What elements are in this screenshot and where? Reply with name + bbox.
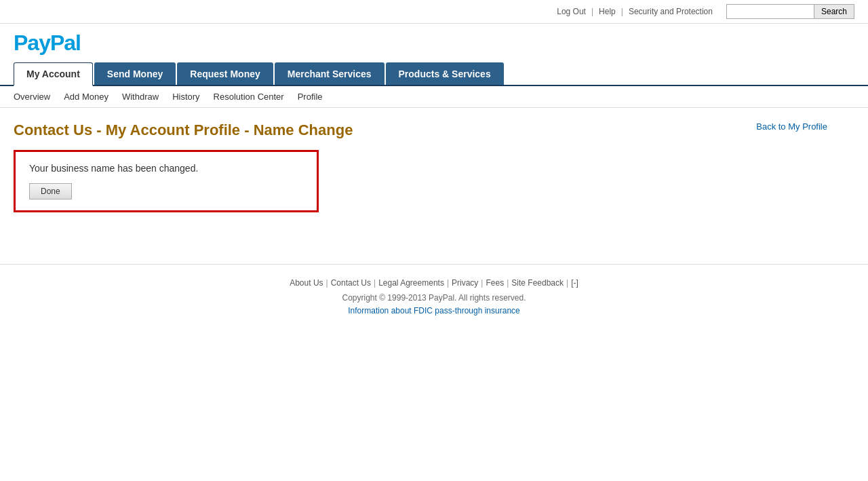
main-nav-tab-request-money[interactable]: Request Money <box>177 62 273 85</box>
content-header: Contact Us - My Account Profile - Name C… <box>14 121 827 139</box>
success-message: Your business name has been changed. <box>29 163 303 174</box>
footer-link-fees[interactable]: Fees <box>486 278 504 288</box>
security-link[interactable]: Security and Protection <box>629 7 713 16</box>
sub-nav-link-resolution-center[interactable]: Resolution Center <box>214 90 284 103</box>
footer-fdic-link[interactable]: Information about FDIC pass-through insu… <box>348 306 519 315</box>
top-bar-links: Log Out | Help | Security and Protection <box>557 7 713 16</box>
main-nav-tab-products-services[interactable]: Products & Services <box>386 62 504 85</box>
back-link[interactable]: Back to My Profile <box>756 121 827 132</box>
sub-nav-link-history[interactable]: History <box>172 90 199 103</box>
logo-part2: Pal <box>50 31 81 55</box>
footer-link-about-us[interactable]: About Us <box>290 278 323 288</box>
search-area: Search <box>726 4 854 19</box>
search-input[interactable] <box>726 4 814 19</box>
footer-link-contact-us[interactable]: Contact Us <box>331 278 371 288</box>
sub-nav: OverviewAdd MoneyWithdrawHistoryResoluti… <box>0 86 868 108</box>
footer-sep-3: | <box>447 278 449 288</box>
footer-links: About Us|Contact Us|Legal Agreements|Pri… <box>14 278 854 288</box>
top-bar: Log Out | Help | Security and Protection… <box>0 0 868 24</box>
paypal-logo: PayPal <box>14 31 81 56</box>
main-nav-tab-my-account[interactable]: My Account <box>14 62 93 86</box>
footer: About Us|Contact Us|Legal Agreements|Pri… <box>0 264 868 329</box>
sub-nav-link-overview[interactable]: Overview <box>14 90 50 103</box>
page-title: Contact Us - My Account Profile - Name C… <box>14 121 353 139</box>
main-nav: My AccountSend MoneyRequest MoneyMerchan… <box>0 62 868 86</box>
done-button[interactable]: Done <box>29 183 72 199</box>
footer-sep-4: | <box>481 278 483 288</box>
sub-nav-link-add-money[interactable]: Add Money <box>64 90 108 103</box>
footer-sep-1: | <box>326 278 328 288</box>
done-btn-wrapper: Done <box>29 183 72 199</box>
footer-link-privacy[interactable]: Privacy <box>452 278 478 288</box>
content-area: Contact Us - My Account Profile - Name C… <box>0 108 841 237</box>
footer-sep-6: | <box>566 278 568 288</box>
sep1: | <box>591 7 593 16</box>
footer-sep-2: | <box>374 278 376 288</box>
footer-link-expand[interactable]: [-] <box>571 278 578 288</box>
footer-link-site-feedback[interactable]: Site Feedback <box>511 278 564 288</box>
logout-link[interactable]: Log Out <box>557 7 586 16</box>
sep2: | <box>621 7 623 16</box>
success-box: Your business name has been changed. Don… <box>14 150 319 212</box>
main-nav-tab-send-money[interactable]: Send Money <box>94 62 176 85</box>
footer-copyright: Copyright © 1999-2013 PayPal. All rights… <box>14 293 854 303</box>
header: PayPal <box>0 24 868 56</box>
help-link[interactable]: Help <box>599 7 616 16</box>
logo-part1: Pay <box>14 31 50 55</box>
footer-sep-5: | <box>507 278 509 288</box>
main-nav-tab-merchant-services[interactable]: Merchant Services <box>275 62 384 85</box>
sub-nav-link-withdraw[interactable]: Withdraw <box>122 90 159 103</box>
sub-nav-link-profile[interactable]: Profile <box>298 90 323 103</box>
footer-link-legal[interactable]: Legal Agreements <box>378 278 444 288</box>
search-button[interactable]: Search <box>814 4 854 19</box>
